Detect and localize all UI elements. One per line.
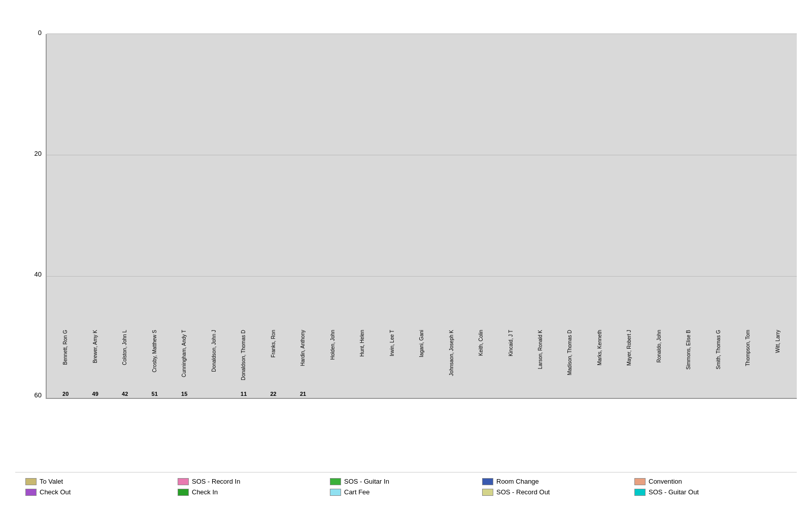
x-label-cell: Hardin, Anthony bbox=[289, 327, 317, 398]
legend-label: Cart Fee bbox=[344, 488, 370, 496]
legend-item: Check In bbox=[178, 488, 330, 496]
x-label-cell: Larson, Ronald K bbox=[527, 327, 554, 398]
x-label-cell: Brewer, Amy K bbox=[81, 327, 109, 398]
legend-label: To Valet bbox=[40, 478, 63, 485]
x-label-text: Ronaldo, John bbox=[656, 330, 662, 363]
x-label-text: Donaldson, Thomas D bbox=[241, 330, 247, 380]
x-label-text: Donaldson, John J bbox=[211, 330, 217, 372]
legend-swatch bbox=[25, 478, 37, 485]
y-label-0: 0 bbox=[38, 29, 42, 37]
legend-label: Check In bbox=[192, 488, 218, 496]
x-label-cell: Kincaid, J T bbox=[497, 327, 524, 398]
y-label-20: 20 bbox=[35, 150, 42, 157]
legend-item: Room Change bbox=[482, 478, 634, 485]
x-label-cell: Johnsaon, Joseph K bbox=[437, 327, 465, 398]
x-label-text: Irwin, Lee T bbox=[389, 330, 395, 356]
y-label-60: 60 bbox=[35, 391, 42, 399]
legend-label: Room Change bbox=[496, 478, 539, 485]
x-label-cell: Donaldson, Thomas D bbox=[230, 327, 257, 398]
x-label-text: Cunningham, Andy T bbox=[181, 330, 187, 377]
x-label-text: Kincaid, J T bbox=[508, 330, 514, 356]
x-label-text: Mayer, Robert J bbox=[626, 330, 632, 366]
x-label-text: Witt, Larry bbox=[775, 330, 781, 353]
x-labels-container: Bennett, Ron GBrewer, Amy KColston, John… bbox=[52, 327, 792, 398]
x-label-cell: Simmons, Elise B bbox=[675, 327, 702, 398]
x-label-cell: Madison, Thomas D bbox=[556, 327, 584, 398]
x-label-cell: Keith, Colin bbox=[467, 327, 495, 398]
x-label-cell: Irwin, Lee T bbox=[378, 327, 405, 398]
x-label-text: Smith, Thomas G bbox=[716, 330, 722, 369]
x-label-text: Holden, John bbox=[330, 330, 336, 360]
x-label-cell: Thompson, Tom bbox=[734, 327, 762, 398]
legend-item: Convention bbox=[634, 478, 787, 485]
x-label-cell: Crosby, Matthew S bbox=[141, 327, 168, 398]
x-label-text: Thompson, Tom bbox=[745, 330, 751, 366]
legend-label: Convention bbox=[649, 478, 682, 485]
x-label-text: Brewer, Amy K bbox=[92, 330, 98, 363]
legend-item: Cart Fee bbox=[330, 488, 482, 496]
x-label-cell: Marks, Kenneth bbox=[586, 327, 614, 398]
legend-swatch bbox=[25, 489, 37, 496]
chart-background: 2049425115112221 Bennett, Ron GBrewer, A… bbox=[46, 34, 797, 399]
x-label-text: Larson, Ronald K bbox=[537, 330, 544, 369]
x-label-text: Simmons, Elise B bbox=[686, 330, 692, 369]
legend-item: SOS - Guitar Out bbox=[634, 488, 787, 496]
x-label-text: Bennett, Ron G bbox=[62, 330, 69, 365]
legend-swatch bbox=[330, 489, 341, 496]
legend-item: SOS - Record In bbox=[178, 478, 330, 485]
legend-label: Check Out bbox=[40, 488, 71, 496]
x-label-cell: Donaldson, John J bbox=[200, 327, 227, 398]
x-label-cell: Ronaldo, John bbox=[646, 327, 673, 398]
x-label-cell: Cunningham, Andy T bbox=[171, 327, 198, 398]
x-label-cell: Smith, Thomas G bbox=[705, 327, 732, 398]
legend-swatch bbox=[178, 489, 189, 496]
legend-item: Check Out bbox=[25, 488, 178, 496]
x-label-cell: Colston, John L bbox=[111, 327, 139, 398]
x-label-cell: Hunt, Helen bbox=[349, 327, 376, 398]
legend-label: SOS - Guitar Out bbox=[649, 488, 699, 496]
legend-swatch bbox=[178, 478, 189, 485]
legend-label: SOS - Record Out bbox=[496, 488, 550, 496]
x-label-text: Keith, Colin bbox=[478, 330, 484, 356]
x-label-text: Crosby, Matthew S bbox=[152, 330, 158, 373]
page: 60 40 20 0 2049425115112221 Bennett, Ron… bbox=[0, 0, 812, 506]
x-label-text: Madison, Thomas D bbox=[567, 330, 573, 375]
legend-area: To ValetSOS - Record InSOS - Guitar InRo… bbox=[15, 472, 797, 501]
legend-item: SOS - Guitar In bbox=[330, 478, 482, 485]
x-label-text: Johnsaon, Joseph K bbox=[449, 330, 455, 376]
x-label-cell: Iagani, Gani bbox=[408, 327, 435, 398]
legend-swatch bbox=[634, 489, 646, 496]
x-label-cell: Holden, John bbox=[319, 327, 346, 398]
legend-label: SOS - Guitar In bbox=[344, 478, 389, 485]
x-label-text: Marks, Kenneth bbox=[597, 330, 603, 365]
y-label-40: 40 bbox=[35, 271, 42, 278]
legend-item: To Valet bbox=[25, 478, 178, 485]
x-label-text: Hardin, Anthony bbox=[300, 330, 306, 366]
legend-swatch bbox=[634, 478, 646, 485]
x-label-text: Iagani, Gani bbox=[419, 330, 425, 357]
legend-swatch bbox=[330, 478, 341, 485]
chart-outer: 60 40 20 0 2049425115112221 Bennett, Ron… bbox=[15, 29, 797, 501]
x-label-text: Colston, John L bbox=[122, 330, 128, 365]
x-label-cell: Bennett, Ron G bbox=[52, 327, 79, 398]
y-axis: 60 40 20 0 bbox=[15, 29, 46, 399]
x-label-text: Franks, Ron bbox=[270, 330, 277, 357]
legend-swatch bbox=[482, 478, 493, 485]
x-label-cell: Franks, Ron bbox=[259, 327, 287, 398]
chart-area: 60 40 20 0 2049425115112221 Bennett, Ron… bbox=[15, 29, 797, 470]
x-label-text: Hunt, Helen bbox=[359, 330, 365, 357]
legend-label: SOS - Record In bbox=[192, 478, 240, 485]
x-label-cell: Mayer, Robert J bbox=[616, 327, 643, 398]
legend-item: SOS - Record Out bbox=[482, 488, 634, 496]
x-label-cell: Witt, Larry bbox=[764, 327, 792, 398]
legend-swatch bbox=[482, 489, 493, 496]
